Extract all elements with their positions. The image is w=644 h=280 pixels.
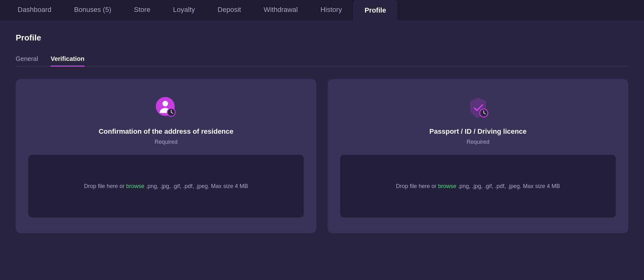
passport-icon-wrap [466,95,491,120]
tab-general[interactable]: General [16,52,38,67]
drop-text-2-address: .png, .jpg, .gif, .pdf, .jpeg. Max size … [144,183,248,189]
drop-zone-address-text: Drop file here or browse .png, .jpg, .gi… [84,182,248,191]
nav-item-history[interactable]: History [309,0,353,20]
card-passport-subtitle: Required [467,139,489,145]
nav-item-store[interactable]: Store [123,0,162,20]
nav-label-history: History [320,6,342,14]
nav-label-store: Store [134,6,150,14]
nav-bar: Dashboard Bonuses (5) Store Loyalty Depo… [0,0,644,20]
nav-item-deposit[interactable]: Deposit [206,0,253,20]
passport-icon [467,96,489,119]
card-passport-title: Passport / ID / Driving licence [429,127,527,136]
drop-text-2-passport: .png, .jpg, .gif, .pdf, .jpeg. Max size … [456,183,560,189]
sub-tabs: General Verification [16,52,628,67]
nav-item-dashboard[interactable]: Dashboard [6,0,63,20]
card-passport: Passport / ID / Driving licence Required… [328,79,628,233]
page-title: Profile [16,33,628,43]
browse-link-passport[interactable]: browse [438,183,456,189]
nav-item-withdrawal[interactable]: Withdrawal [252,0,309,20]
tab-verification[interactable]: Verification [51,52,85,67]
nav-label-dashboard: Dashboard [18,6,52,14]
nav-label-loyalty: Loyalty [173,6,195,14]
drop-text-1-passport: Drop file here or [396,183,438,189]
nav-item-loyalty[interactable]: Loyalty [162,0,206,20]
nav-item-bonuses[interactable]: Bonuses (5) [63,0,123,20]
address-icon [155,96,177,119]
drop-text-1-address: Drop file here or [84,183,126,189]
drop-zone-passport-text: Drop file here or browse .png, .jpg, .gi… [396,182,560,191]
nav-label-bonuses: Bonuses (5) [74,6,112,14]
nav-label-profile: Profile [364,6,386,14]
tab-general-label: General [16,55,38,62]
page-content: Profile General Verification [0,20,644,246]
nav-item-profile[interactable]: Profile [353,0,397,20]
tab-verification-label: Verification [51,55,85,62]
card-address-subtitle: Required [155,139,177,145]
cards-row: Confirmation of the address of residence… [16,79,628,233]
nav-label-withdrawal: Withdrawal [264,6,298,14]
browse-link-address[interactable]: browse [126,183,144,189]
card-address: Confirmation of the address of residence… [16,79,316,233]
drop-zone-passport[interactable]: Drop file here or browse .png, .jpg, .gi… [340,155,616,218]
drop-zone-address[interactable]: Drop file here or browse .png, .jpg, .gi… [28,155,304,218]
nav-label-deposit: Deposit [218,6,241,14]
address-icon-wrap [154,95,179,120]
card-address-title: Confirmation of the address of residence [99,127,233,136]
svg-point-1 [162,101,168,106]
